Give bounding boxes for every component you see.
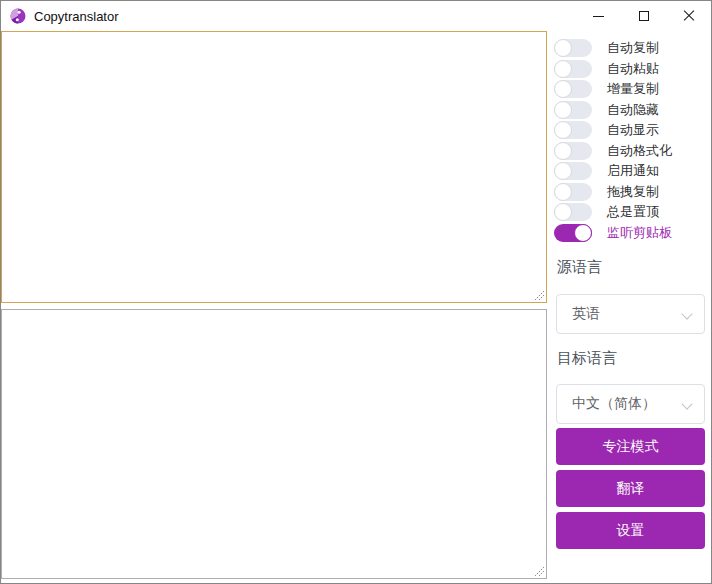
app-logo-icon xyxy=(9,7,27,25)
toggle-knob xyxy=(554,183,572,201)
toggle-row: 启用通知 xyxy=(554,162,672,180)
toggle-switch[interactable] xyxy=(554,121,592,139)
target-language-value: 中文（简体） xyxy=(572,395,656,413)
toggle-switch[interactable] xyxy=(554,183,592,201)
close-icon xyxy=(683,10,695,22)
toggle-row: 自动粘贴 xyxy=(554,60,672,78)
toggle-switch[interactable] xyxy=(554,162,592,180)
settings-button[interactable]: 设置 xyxy=(556,512,705,549)
source-language-label: 源语言 xyxy=(557,258,602,277)
toggle-knob xyxy=(554,203,572,221)
toggle-switch[interactable] xyxy=(554,80,592,98)
titlebar: Copytranslator xyxy=(1,1,711,31)
close-button[interactable] xyxy=(666,1,711,31)
source-language-value: 英语 xyxy=(572,305,600,323)
focus-mode-button[interactable]: 专注模式 xyxy=(556,428,705,465)
translate-button[interactable]: 翻译 xyxy=(556,470,705,507)
toggle-switch[interactable] xyxy=(554,203,592,221)
toggle-row: 监听剪贴板 xyxy=(554,224,672,242)
toggle-label: 总是置顶 xyxy=(607,203,659,221)
toggle-switch[interactable] xyxy=(554,39,592,57)
target-language-label: 目标语言 xyxy=(557,349,617,368)
toggle-switch[interactable] xyxy=(554,224,592,242)
toggle-label: 自动复制 xyxy=(607,39,659,57)
toggle-knob xyxy=(554,121,572,139)
toggle-row: 增量复制 xyxy=(554,80,672,98)
toggle-knob xyxy=(554,142,572,160)
toggle-label: 增量复制 xyxy=(607,80,659,98)
result-resize-grip-icon[interactable] xyxy=(532,564,545,577)
source-resize-grip-icon[interactable] xyxy=(532,288,545,301)
toggle-label: 拖拽复制 xyxy=(607,183,659,201)
toggle-switch[interactable] xyxy=(554,60,592,78)
toggle-knob xyxy=(554,80,572,98)
window-controls xyxy=(576,1,711,31)
control-panel: 自动复制自动粘贴增量复制自动隐藏自动显示自动格式化启用通知拖拽复制总是置顶监听剪… xyxy=(547,31,711,583)
toggle-label: 自动格式化 xyxy=(607,142,672,160)
minimize-button[interactable] xyxy=(576,1,621,31)
toggle-knob xyxy=(554,101,572,119)
target-language-select[interactable]: 中文（简体） xyxy=(556,384,705,424)
toggle-switch[interactable] xyxy=(554,142,592,160)
chevron-down-icon xyxy=(681,308,692,319)
toggle-label: 自动显示 xyxy=(607,121,659,139)
toggle-label: 启用通知 xyxy=(607,162,659,180)
toggle-row: 自动格式化 xyxy=(554,142,672,160)
source-textarea[interactable] xyxy=(1,31,547,303)
app-window: Copytranslator 自动复制自动粘贴增量复制自动隐藏自动显示自动格式化… xyxy=(0,0,712,584)
toggle-knob xyxy=(574,224,592,242)
toggle-knob xyxy=(554,60,572,78)
chevron-down-icon xyxy=(681,398,692,409)
maximize-icon xyxy=(639,11,649,21)
toggle-row: 总是置顶 xyxy=(554,203,672,221)
toggle-row: 自动显示 xyxy=(554,121,672,139)
result-textarea[interactable] xyxy=(1,309,547,579)
source-language-select[interactable]: 英语 xyxy=(556,294,705,334)
minimize-icon xyxy=(593,16,604,17)
toggle-knob xyxy=(554,39,572,57)
window-title: Copytranslator xyxy=(34,9,119,24)
toggle-switch[interactable] xyxy=(554,101,592,119)
toggle-list: 自动复制自动粘贴增量复制自动隐藏自动显示自动格式化启用通知拖拽复制总是置顶监听剪… xyxy=(554,39,672,242)
toggle-label: 监听剪贴板 xyxy=(607,224,672,242)
toggle-row: 自动隐藏 xyxy=(554,101,672,119)
toggle-row: 拖拽复制 xyxy=(554,183,672,201)
toggle-row: 自动复制 xyxy=(554,39,672,57)
toggle-knob xyxy=(554,162,572,180)
toggle-label: 自动隐藏 xyxy=(607,101,659,119)
toggle-label: 自动粘贴 xyxy=(607,60,659,78)
maximize-button[interactable] xyxy=(621,1,666,31)
